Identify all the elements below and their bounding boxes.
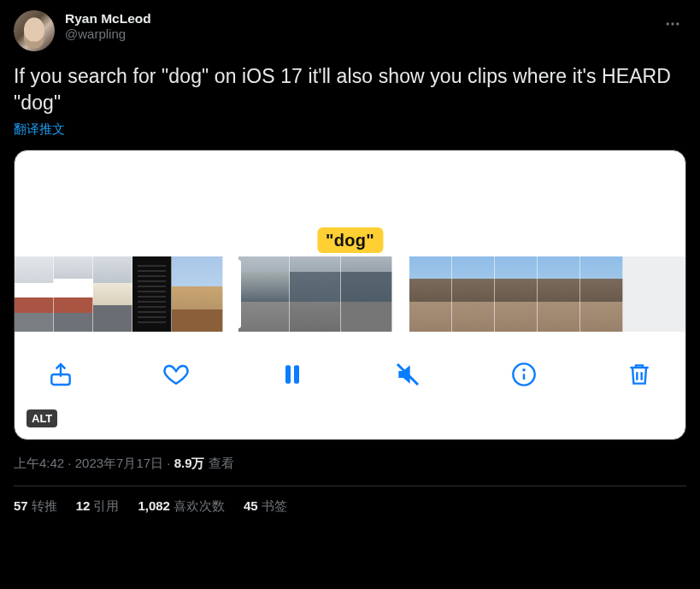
- pause-button[interactable]: [277, 359, 308, 390]
- svg-point-2: [676, 22, 679, 25]
- clip-thumbnail: [132, 256, 172, 332]
- clip-thumbnail: [409, 256, 452, 332]
- likes-stat[interactable]: 1,082喜欢次数: [138, 498, 225, 515]
- svg-point-7: [522, 368, 525, 371]
- clip-thumbnail: [580, 256, 623, 332]
- tweet: Ryan McLeod @warpling If you search for …: [0, 0, 700, 525]
- author-names[interactable]: Ryan McLeod @warpling: [65, 10, 151, 43]
- date[interactable]: 2023年7月17日: [75, 456, 163, 470]
- clip-thumbnail: [172, 256, 223, 332]
- clip-thumbnail: [54, 256, 93, 332]
- more-icon: [664, 15, 681, 32]
- share-button[interactable]: [45, 359, 76, 390]
- tweet-meta: 上午4:42 · 2023年7月17日 · 8.9万 查看: [14, 456, 686, 472]
- clip-thumbnail: [238, 256, 290, 332]
- info-icon: [510, 361, 538, 388]
- heart-icon: [162, 361, 190, 388]
- bookmarks-stat[interactable]: 45书签: [244, 498, 287, 515]
- mute-button[interactable]: [392, 359, 423, 390]
- like-button[interactable]: [161, 359, 191, 390]
- media-toolbar: [15, 332, 685, 417]
- tweet-header: Ryan McLeod @warpling: [14, 10, 686, 51]
- views-label: 查看: [209, 456, 234, 470]
- tweet-media[interactable]: "dog": [14, 150, 686, 440]
- delete-button[interactable]: [624, 359, 655, 390]
- tweet-stats: 57转推 12引用 1,082喜欢次数 45书签: [14, 498, 686, 515]
- tweet-text: If you search for "dog" on iOS 17 it'll …: [14, 63, 686, 116]
- info-button[interactable]: [509, 359, 539, 390]
- clip-thumbnail: [341, 256, 392, 332]
- svg-point-1: [671, 22, 674, 25]
- timeline-strip[interactable]: [15, 256, 685, 332]
- svg-point-0: [667, 22, 669, 25]
- translate-link[interactable]: 翻译推文: [14, 121, 65, 138]
- svg-rect-4: [285, 365, 291, 383]
- speaker-muted-icon: [394, 361, 421, 388]
- clip-thumbnail: [538, 256, 580, 332]
- clip-thumbnail: [93, 256, 132, 332]
- time[interactable]: 上午4:42: [14, 456, 64, 470]
- trash-icon: [626, 361, 653, 388]
- clip-thumbnail: [495, 256, 538, 332]
- separator: [14, 486, 686, 486]
- media-top: "dog": [15, 150, 685, 256]
- clip-thumbnail: [290, 256, 341, 332]
- svg-rect-5: [294, 365, 299, 383]
- quotes-stat[interactable]: 12引用: [76, 498, 120, 515]
- clip-gap: [392, 256, 409, 332]
- pause-icon: [279, 361, 306, 388]
- playhead[interactable]: [236, 260, 241, 328]
- more-button[interactable]: [661, 12, 685, 39]
- clip-thumbnail: [452, 256, 495, 332]
- retweets-stat[interactable]: 57转推: [14, 498, 57, 515]
- display-name: Ryan McLeod: [65, 10, 151, 27]
- share-icon: [47, 361, 74, 388]
- alt-badge[interactable]: ALT: [26, 409, 57, 427]
- handle: @warpling: [65, 27, 151, 43]
- clip-thumbnail: [15, 256, 54, 332]
- avatar[interactable]: [14, 10, 55, 51]
- views-count: 8.9万: [174, 456, 205, 470]
- search-match-badge: "dog": [317, 227, 383, 253]
